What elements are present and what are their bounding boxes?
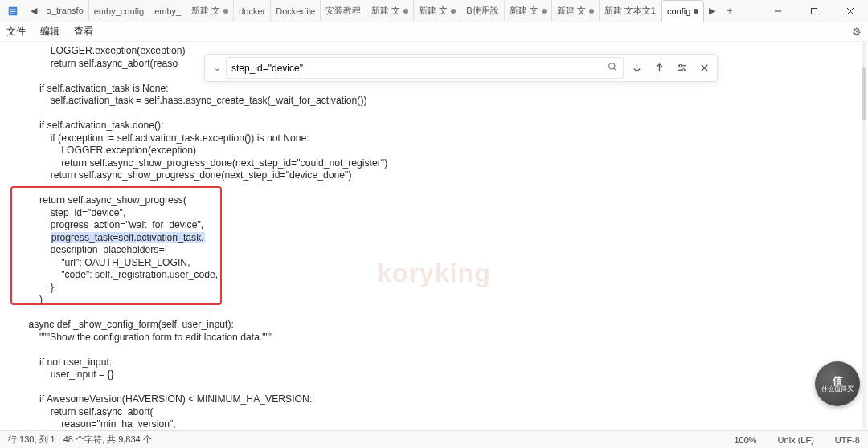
new-tab-button[interactable]: ＋ <box>720 4 739 18</box>
tab-dirty-dot-icon <box>403 9 408 14</box>
find-options-icon[interactable] <box>672 59 691 78</box>
menu-view[interactable]: 查看 <box>74 25 93 39</box>
svg-line-9 <box>614 68 616 71</box>
tab-label: 新建 文本文1 <box>604 5 656 17</box>
tab-scroll-right[interactable]: ▶ <box>704 6 720 16</box>
tab-dirty-dot-icon <box>542 9 547 14</box>
svg-rect-1 <box>10 9 16 10</box>
svg-rect-5 <box>811 8 817 14</box>
tab[interactable]: emby_config <box>89 0 149 22</box>
tab-label: emby_ <box>154 6 181 16</box>
status-bar: 行 130, 列 1 48 个字符, 共 9,834 个 100% Unix (… <box>0 430 868 448</box>
find-input-wrapper <box>226 57 624 79</box>
tab-label: 新建 文 <box>557 5 586 17</box>
menu-edit[interactable]: 编辑 <box>40 25 59 39</box>
find-input[interactable] <box>231 63 608 74</box>
tab-label: emby_config <box>94 6 144 16</box>
status-char-count: 48 个字符, 共 9,834 个 <box>63 434 152 446</box>
scrollbar-thumb[interactable] <box>862 67 866 120</box>
menu-file[interactable]: 文件 <box>6 25 26 39</box>
editor[interactable]: LOGGER.exception(exception) return self.… <box>0 42 868 429</box>
maximize-button[interactable] <box>796 0 832 22</box>
tab[interactable]: 新建 文 <box>366 0 414 22</box>
svg-point-8 <box>609 63 615 68</box>
close-button[interactable] <box>832 0 868 22</box>
tab[interactable]: docker <box>234 0 271 22</box>
svg-rect-3 <box>10 13 14 14</box>
tab[interactable]: ɔ_transfo <box>42 0 89 22</box>
tab-scroll-left[interactable]: ◀ <box>26 6 42 16</box>
minimize-button[interactable] <box>760 0 796 22</box>
tab[interactable]: emby_ <box>149 0 186 22</box>
tab-label: 新建 文 <box>191 5 220 17</box>
tab[interactable]: 新建 文 <box>414 0 461 22</box>
svg-point-13 <box>679 64 682 67</box>
tab-label: 新建 文 <box>371 5 400 17</box>
tab-dirty-dot-icon <box>451 9 456 14</box>
tab-dirty-dot-icon <box>223 9 228 14</box>
window-controls <box>760 0 868 22</box>
tab-label: B使用說 <box>466 5 498 17</box>
status-zoom[interactable]: 100% <box>734 435 756 445</box>
search-icon[interactable] <box>608 62 618 75</box>
tab[interactable]: 新建 文 <box>186 0 234 22</box>
title-bar: ◀ ɔ_transfoemby_configemby_新建 文dockerDoc… <box>0 0 868 22</box>
tab-label: config <box>667 6 690 16</box>
find-prev-icon[interactable] <box>649 59 669 78</box>
find-expand-icon[interactable]: ⌄ <box>211 63 223 72</box>
tab-label: docker <box>239 6 265 16</box>
status-caret-pos[interactable]: 行 130, 列 1 <box>8 434 55 446</box>
find-next-icon[interactable] <box>627 59 646 78</box>
settings-icon[interactable]: ⚙ <box>852 26 862 38</box>
tab-dirty-dot-icon <box>694 9 698 14</box>
svg-point-15 <box>682 69 684 71</box>
find-close-icon[interactable] <box>694 59 714 78</box>
vertical-scrollbar[interactable] <box>862 42 866 429</box>
tab-label: 新建 文 <box>510 5 538 17</box>
tab[interactable]: Dockerfile <box>271 0 321 22</box>
tab-dirty-dot-icon <box>589 9 594 14</box>
svg-rect-2 <box>10 11 16 12</box>
highlighted-line: progress_task=self.activation_task, <box>51 232 205 243</box>
tab-label: Dockerfile <box>276 6 315 16</box>
status-encoding[interactable]: UTF-8 <box>835 435 860 445</box>
app-icon <box>3 2 23 21</box>
tab[interactable]: 安装教程 <box>321 0 366 22</box>
menu-bar: 文件 编辑 查看 ⚙ <box>0 22 868 42</box>
status-eol[interactable]: Unix (LF) <box>778 435 814 445</box>
find-bar: ⌄ <box>204 54 718 82</box>
tab-active[interactable]: config <box>661 0 704 22</box>
tab-label: 新建 文 <box>419 5 448 17</box>
tab[interactable]: 新建 文 <box>552 0 600 22</box>
tab-strip: ɔ_transfoemby_configemby_新建 文dockerDocke… <box>42 0 704 22</box>
code-content[interactable]: LOGGER.exception(exception) return self.… <box>0 42 868 429</box>
tab-label: 安装教程 <box>326 5 361 17</box>
tab[interactable]: 新建 文 <box>505 0 552 22</box>
tab[interactable]: 新建 文本文1 <box>600 0 661 22</box>
tab[interactable]: B使用說 <box>461 0 504 22</box>
tab-label: ɔ_transfo <box>47 6 84 16</box>
